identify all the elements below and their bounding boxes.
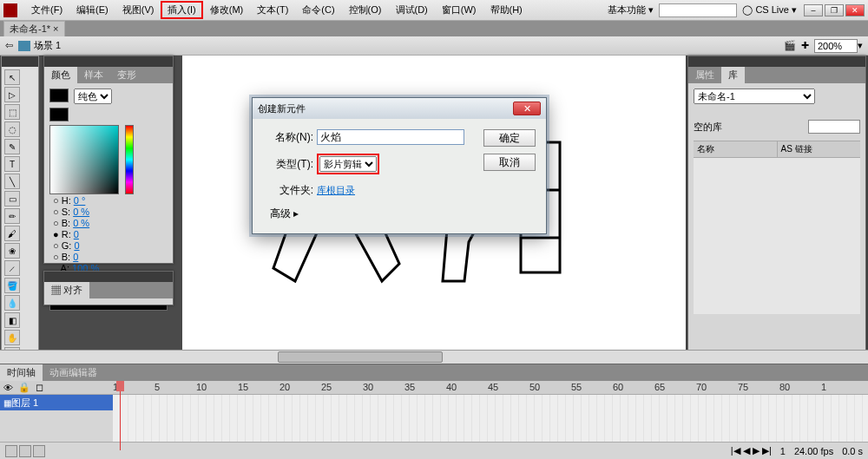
window-close[interactable]: ✕: [845, 4, 865, 16]
pen-tool[interactable]: ✎: [4, 139, 20, 154]
frame-ruler[interactable]: 151015202530354045505560657075801: [113, 381, 868, 394]
menu-help[interactable]: 帮助(H): [483, 1, 529, 19]
name-label: 名称(N):: [270, 130, 313, 145]
menu-debug[interactable]: 调试(D): [389, 1, 435, 19]
selection-tool[interactable]: ↖: [4, 69, 20, 85]
scene-bar: ⇦ 场景 1 🎬 ✚ ▾: [0, 36, 868, 56]
hue-slider[interactable]: [125, 125, 134, 194]
outline-icon[interactable]: ◻: [36, 382, 43, 393]
library-doc-select[interactable]: 未命名-1: [694, 89, 815, 104]
subselection-tool[interactable]: ▷: [4, 87, 20, 102]
deco-tool[interactable]: ❀: [4, 243, 20, 259]
tab-timeline[interactable]: 时间轴: [0, 364, 43, 381]
eraser-tool[interactable]: ◧: [4, 312, 20, 328]
eyedropper-tool[interactable]: 💧: [4, 295, 20, 311]
delete-layer-button[interactable]: [33, 445, 45, 457]
tab-transform[interactable]: 变形: [110, 67, 143, 83]
menu-commands[interactable]: 命令(C): [295, 1, 341, 19]
lasso-tool[interactable]: ◌: [4, 121, 20, 137]
color-values: ○ H: 0 ° ○ S: 0 % ○ B: 0 % ● R: 0 ○ G: 0…: [53, 194, 99, 274]
tab-swatches[interactable]: 样本: [77, 67, 110, 83]
fps-display: 24.00 fps: [794, 446, 833, 456]
pencil-tool[interactable]: ✏: [4, 208, 20, 224]
tab-properties[interactable]: 属性: [688, 67, 721, 83]
current-frame: 1: [780, 446, 786, 456]
library-search[interactable]: [808, 120, 860, 134]
app-logo: [3, 3, 17, 17]
cancel-button[interactable]: 取消: [483, 154, 536, 171]
col-linkage[interactable]: AS 链接: [777, 141, 861, 157]
symbol-type-select[interactable]: 影片剪辑: [319, 156, 377, 172]
menu-text[interactable]: 文本(T): [250, 1, 295, 19]
menu-modify[interactable]: 修改(M): [203, 1, 251, 19]
rectangle-tool[interactable]: ▭: [4, 191, 20, 207]
stroke-swatch[interactable]: [49, 89, 69, 102]
dialog-close-button[interactable]: ✕: [513, 102, 541, 115]
menu-bar: 文件(F) 编辑(E) 视图(V) 插入(I) 修改(M) 文本(T) 命令(C…: [0, 0, 868, 21]
time-display: 0.0 s: [842, 446, 863, 456]
advanced-toggle[interactable]: 高级 ▸: [270, 207, 537, 221]
help-search-input[interactable]: [659, 3, 737, 17]
create-symbol-dialog: 创建新元件 ✕ 确定 取消 名称(N): 类型(T): 影片剪辑 文件夹: 库根…: [252, 97, 547, 234]
library-list[interactable]: [694, 158, 860, 314]
tab-library[interactable]: 库: [721, 67, 745, 83]
col-name[interactable]: 名称: [694, 141, 777, 157]
tab-motion-editor[interactable]: 动画编辑器: [43, 364, 104, 381]
folder-link[interactable]: 库根目录: [317, 184, 355, 197]
symbol-name-input[interactable]: [317, 129, 464, 145]
edit-symbol-icon[interactable]: ✚: [801, 40, 809, 51]
color-picker[interactable]: [49, 125, 119, 194]
align-panel: ▦ 对齐: [43, 271, 174, 305]
menu-file[interactable]: 文件(F): [24, 1, 69, 19]
menu-view[interactable]: 视图(V): [115, 1, 161, 19]
tab-color[interactable]: 颜色: [44, 67, 77, 83]
color-panel: 颜色 样本 变形 纯色 ○ H: 0 ° ○ S: 0 % ○ B: 0 % ●…: [43, 56, 174, 264]
document-tab[interactable]: 未命名-1* ×: [3, 21, 65, 36]
timeline-panel: 时间轴 动画编辑器 👁 🔒 ◻ 151015202530354045505560…: [0, 364, 868, 459]
lock-icon[interactable]: 🔒: [18, 382, 30, 393]
menu-insert[interactable]: 插入(I): [161, 1, 202, 19]
canvas-h-scrollbar[interactable]: [0, 350, 868, 364]
type-label: 类型(T):: [270, 157, 313, 172]
paint-bucket-tool[interactable]: 🪣: [4, 278, 20, 293]
window-restore[interactable]: ❐: [825, 4, 844, 16]
layer-column-header: 👁 🔒 ◻: [0, 381, 113, 394]
window-minimize[interactable]: –: [804, 4, 823, 16]
document-tab-bar: 未命名-1* ×: [0, 21, 868, 36]
free-transform-tool[interactable]: ⬚: [4, 104, 20, 120]
menu-control[interactable]: 控制(O): [342, 1, 389, 19]
menu-window[interactable]: 窗口(W): [435, 1, 483, 19]
playhead[interactable]: [120, 381, 121, 450]
menu-edit[interactable]: 编辑(E): [69, 1, 115, 19]
edit-scene-icon[interactable]: 🎬: [784, 40, 796, 51]
tab-align[interactable]: ▦ 对齐: [44, 282, 89, 298]
workspace-switcher[interactable]: 基本功能 ▾: [608, 3, 654, 16]
frame-grid[interactable]: [113, 395, 868, 442]
bone-tool[interactable]: ⟋: [4, 260, 20, 276]
line-tool[interactable]: ╲: [4, 174, 20, 189]
color-mode-select[interactable]: 纯色: [74, 89, 112, 104]
scene-name: 场景 1: [34, 39, 61, 52]
zoom-input[interactable]: [814, 39, 858, 53]
empty-library-label: 空的库: [694, 121, 722, 134]
new-layer-button[interactable]: [5, 445, 17, 457]
layer-row[interactable]: ▦ 图层 1: [0, 395, 113, 410]
library-panel: 属性 库 未命名-1 空的库 名称 AS 链接: [687, 56, 866, 351]
folder-label: 文件夹:: [270, 183, 313, 198]
fill-swatch[interactable]: [49, 108, 69, 121]
cs-live-button[interactable]: ◯ CS Live ▾: [742, 4, 797, 16]
text-tool[interactable]: T: [4, 156, 20, 172]
hand-tool[interactable]: ✋: [4, 330, 20, 345]
brush-tool[interactable]: 🖌: [4, 226, 20, 241]
new-folder-button[interactable]: [19, 445, 31, 457]
visibility-icon[interactable]: 👁: [3, 383, 13, 393]
ok-button[interactable]: 确定: [483, 129, 536, 147]
dialog-title: 创建新元件: [258, 102, 306, 115]
scene-icon: [18, 41, 30, 51]
playback-controls[interactable]: |◀ ◀ ▶ ▶|: [731, 445, 772, 456]
